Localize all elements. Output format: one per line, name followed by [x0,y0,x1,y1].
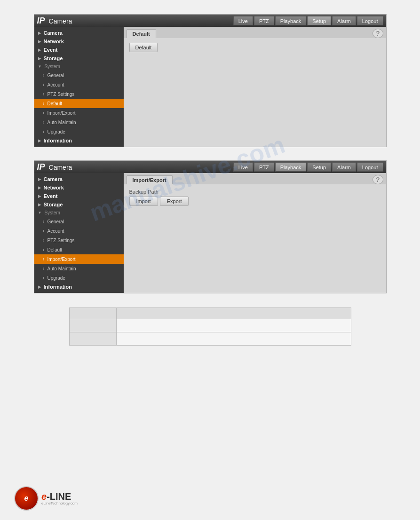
main-2: Import/Export ? Backup Path Import Expor… [124,173,386,293]
logo-circle-icon: e [14,486,39,511]
nav-live-2[interactable]: Live [233,162,253,172]
tab-row-2: Import/Export ? [124,173,386,184]
table-cell-row2-label [69,332,116,346]
sidebar-information-2[interactable]: Information [34,283,124,291]
tab-default-1[interactable]: Default [127,29,156,38]
sidebar-1: Camera Network Event Storage System Gene… [34,27,124,147]
sidebar-network-1[interactable]: Network [34,37,124,46]
sidebar-storage-2[interactable]: Storage [34,200,124,209]
sidebar-2: Camera Network Event Storage System Gene… [34,173,124,293]
panel1-section: IP Camera Live PTZ Playback Setup Alarm … [0,0,420,147]
backup-path-label: Backup Path [129,189,380,195]
action-buttons: Import Export [129,197,380,206]
table-row [69,332,351,346]
top-bar-2: IP Camera Live PTZ Playback Setup Alarm … [34,161,386,173]
content-area-2: Camera Network Event Storage System Gene… [34,173,386,293]
sidebar-storage-1[interactable]: Storage [34,54,124,63]
logo-2: IP Camera [37,162,233,172]
sidebar-system-2[interactable]: System [34,209,124,217]
panel2-section: IP Camera Live PTZ Playback Setup Alarm … [0,147,420,293]
default-button-1[interactable]: Default [129,43,158,52]
sidebar-import-export-1[interactable]: Import/Export [34,108,124,118]
sidebar-default-1[interactable]: Default [34,99,124,108]
content-area-1: Camera Network Event Storage System Gene… [34,27,386,147]
table-cell-header-label [69,308,116,319]
main-1: Default ? Default [124,27,386,147]
nav-alarm-1[interactable]: Alarm [332,16,356,25]
nav-ptz-1[interactable]: PTZ [254,16,274,25]
tab-import-export-2[interactable]: Import/Export [127,175,173,184]
sidebar-camera-1[interactable]: Camera [34,29,124,37]
sidebar-auto-maintain-1[interactable]: Auto Maintain [34,118,124,127]
table-row [69,308,351,319]
panel1: IP Camera Live PTZ Playback Setup Alarm … [34,14,387,147]
sidebar-camera-2[interactable]: Camera [34,175,124,183]
tab-content-1: Default [124,38,386,113]
import-button[interactable]: Import [129,197,158,206]
sidebar-upgrade-2[interactable]: Upgrade [34,273,124,283]
nav-logout-1[interactable]: Logout [357,16,383,25]
logo-text: e-LINE [41,492,78,501]
nav-ptz-2[interactable]: PTZ [254,162,274,172]
logo-1: IP Camera [37,16,233,26]
top-bar-1: IP Camera Live PTZ Playback Setup Alarm … [34,15,386,27]
nav-setup-1[interactable]: Setup [307,16,331,25]
nav-playback-1[interactable]: Playback [275,16,307,25]
sidebar-import-export-2[interactable]: Import/Export [34,254,124,264]
bottom-table-wrapper [69,307,351,346]
tab-content-2: Backup Path Import Export [124,184,386,260]
table-cell-row2-value [116,332,351,346]
nav-logout-2[interactable]: Logout [357,162,383,172]
sidebar-general-2[interactable]: General [34,217,124,226]
export-button[interactable]: Export [160,197,189,206]
sidebar-ptz-settings-1[interactable]: PTZ Settings [34,89,124,99]
help-icon-2[interactable]: ? [372,175,383,184]
nav-live-1[interactable]: Live [233,16,253,25]
sidebar-information-1[interactable]: Information [34,136,124,145]
sidebar-default-2[interactable]: Default [34,245,124,254]
nav-playback-2[interactable]: Playback [275,162,307,172]
tab-row-1: Default ? [124,27,386,38]
nav-alarm-2[interactable]: Alarm [332,162,356,172]
sidebar-account-2[interactable]: Account [34,226,124,236]
sidebar-event-1[interactable]: Event [34,46,124,54]
nav-buttons-2: Live PTZ Playback Setup Alarm Logout [233,162,383,172]
table-row [69,319,351,332]
bottom-logo: e e-LINE eLineTechnology.com [14,486,78,511]
bottom-table [69,307,351,346]
sidebar-ptz-settings-2[interactable]: PTZ Settings [34,236,124,245]
table-cell-row1-label [69,319,116,332]
help-icon-1[interactable]: ? [372,29,383,38]
table-cell-row1-value [116,319,351,332]
panel2: IP Camera Live PTZ Playback Setup Alarm … [34,160,387,293]
logo-subtext: eLineTechnology.com [41,501,78,505]
nav-setup-2[interactable]: Setup [307,162,331,172]
sidebar-account-1[interactable]: Account [34,80,124,89]
sidebar-upgrade-1[interactable]: Upgrade [34,127,124,136]
sidebar-network-2[interactable]: Network [34,183,124,192]
sidebar-general-1[interactable]: General [34,71,124,80]
sidebar-system-1[interactable]: System [34,63,124,71]
logo-text-area: e-LINE eLineTechnology.com [41,492,78,505]
sidebar-event-2[interactable]: Event [34,192,124,200]
nav-buttons-1: Live PTZ Playback Setup Alarm Logout [233,16,383,25]
table-cell-header-value [116,308,351,319]
sidebar-auto-maintain-2[interactable]: Auto Maintain [34,264,124,273]
